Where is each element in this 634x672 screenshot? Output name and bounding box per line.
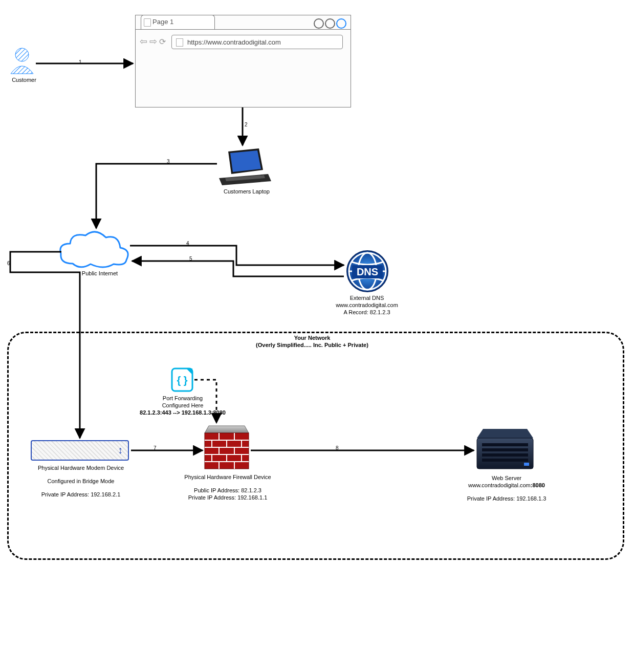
laptop-icon [219,148,271,185]
dns-icon: DNS [347,251,388,292]
svg-text:DNS: DNS [357,266,378,277]
forward-icon[interactable]: ⇨ [149,36,157,47]
customer-icon [11,48,33,74]
address-bar[interactable] [171,35,343,49]
dns-domain: www.contradodigital.com [329,302,405,309]
dns-title: External DNS [329,295,405,302]
step-5: 5 [189,256,192,262]
dns-record: A Record: 82.1.2.3 [329,309,405,316]
window-control-icon[interactable] [336,18,346,29]
modem-device: ↕ [31,440,129,461]
url-input[interactable] [186,38,342,47]
browser-window: Page 1 ⇦ ⇨ ⟳ [135,15,351,107]
internet-label: Public Internet [72,270,128,277]
customer-label: Customer [11,77,37,84]
tab-label: Page 1 [152,18,173,26]
step-2: 2 [245,122,248,127]
cloud-icon [60,232,128,267]
step-1: 1 [79,59,82,65]
reload-icon[interactable]: ⟳ [159,37,166,47]
tab-page-icon [144,18,151,27]
step-6: 6 [7,261,10,266]
updown-icon: ↕ [118,444,123,456]
page-icon [176,38,183,47]
svg-point-1 [15,48,29,61]
back-icon[interactable]: ⇦ [140,36,147,47]
browser-tab[interactable]: Page 1 [141,15,215,29]
step-4: 4 [186,241,189,246]
step-3: 3 [167,159,170,164]
window-control-icon[interactable] [314,18,324,29]
window-control-icon[interactable] [325,18,335,29]
laptop-label: Customers Laptop [216,188,277,196]
